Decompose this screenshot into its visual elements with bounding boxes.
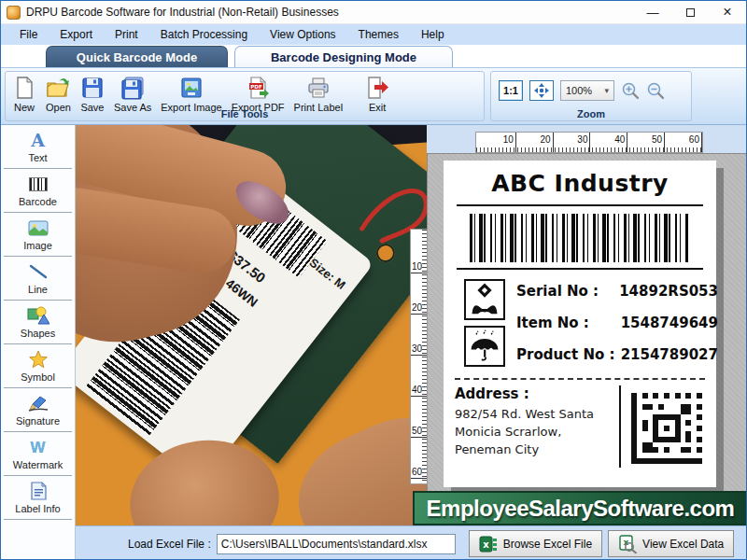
window-title: DRPU Barcode Software for Industrial (No… (26, 6, 339, 19)
zoom-level-select[interactable]: 100% ▾ (560, 80, 614, 101)
excel-search-icon: x (618, 535, 637, 553)
app-logo-icon (7, 6, 21, 20)
zoom-out-button[interactable] (646, 81, 665, 100)
label-barcode[interactable] (470, 214, 690, 262)
label-address-block[interactable]: Address : 982/54 Rd. West Santa Monicia … (455, 384, 617, 473)
file-tools-group: New Open Save Save As Export Image PDF E… (5, 71, 485, 121)
svg-text:x: x (483, 539, 489, 550)
mode-tabs: Quick Barcode Mode Barcode Designing Mod… (1, 45, 746, 67)
browse-excel-file-button[interactable]: x Browse Excel File (469, 530, 602, 557)
vertical-ruler: 10 20 30 40 50 60 (410, 229, 428, 484)
zoom-in-button[interactable] (621, 81, 640, 100)
horizontal-ruler: 10 20 30 40 50 60 (475, 132, 703, 153)
sidebar-item-line[interactable]: Line (4, 257, 72, 301)
label-design-panel: 10 20 30 40 50 60 10 20 30 40 50 60 ABC … (427, 125, 747, 491)
keep-dry-umbrella-icon (464, 326, 505, 367)
sidebar-item-symbol[interactable]: Symbol (4, 344, 72, 388)
label-info-icon (30, 482, 47, 500)
actual-size-button[interactable]: 1:1 (499, 80, 523, 101)
sidebar-item-image[interactable]: Image (4, 213, 72, 257)
load-excel-label: Load Excel File : (128, 538, 211, 551)
product-no-row[interactable]: Product No : 2154789027 (516, 346, 718, 363)
export-image-icon (179, 76, 204, 100)
excel-load-bar: Load Excel File : x Browse Excel File x … (76, 525, 747, 560)
line-icon (28, 263, 49, 280)
menu-themes[interactable]: Themes (349, 26, 408, 43)
export-pdf-icon: PDF (246, 76, 270, 100)
barcode-icon (29, 177, 48, 191)
menu-print[interactable]: Print (106, 26, 148, 43)
tab-barcode-designing-mode[interactable]: Barcode Designing Mode (234, 46, 453, 67)
label-fields: Serial No : 14892RS053 Item No : 1548749… (455, 277, 705, 372)
menu-file[interactable]: File (10, 26, 47, 43)
excel-file-icon: x (479, 536, 498, 553)
design-tools-sidebar: A Text Barcode Image Line Shapes (1, 125, 76, 560)
product-tag-photo: Size: M Price: $37.50 Batch no.: 46WN 52… (76, 125, 427, 525)
new-file-icon (12, 76, 36, 100)
fit-arrows-icon (533, 82, 550, 99)
datamatrix-code[interactable] (628, 384, 705, 473)
sidebar-item-text[interactable]: A Text (4, 125, 72, 169)
zoom-caption: Zoom (491, 108, 691, 119)
sidebar-item-signature[interactable]: Signature (4, 388, 72, 432)
tag-size-text: Size: M (306, 256, 348, 292)
zoom-group: 1:1 100% ▾ Zoom (490, 71, 692, 121)
sidebar-item-watermark[interactable]: W Watermark (4, 432, 72, 476)
handle-with-care-icon (464, 279, 505, 320)
menu-help[interactable]: Help (412, 26, 454, 43)
title-bar: DRPU Barcode Software for Industrial (No… (1, 1, 746, 24)
watermark-icon: W (30, 440, 45, 455)
toolbar: New Open Save Save As Export Image PDF E… (1, 67, 746, 125)
menu-export[interactable]: Export (50, 26, 102, 43)
text-icon: A (31, 132, 45, 149)
label-company-name[interactable]: ABC Industry (455, 166, 705, 203)
save-as-floppy-icon (120, 76, 145, 100)
save-floppy-icon (80, 76, 105, 100)
fit-to-window-button[interactable] (529, 80, 554, 101)
printer-icon (306, 76, 331, 100)
label-preview-card[interactable]: ABC Industry Serial No : 14892RS053 (444, 161, 716, 487)
tab-quick-barcode-mode[interactable]: Quick Barcode Mode (46, 46, 228, 67)
image-icon (28, 220, 49, 236)
excel-path-input[interactable] (217, 534, 456, 554)
sidebar-item-shapes[interactable]: Shapes (4, 301, 72, 344)
symbol-icon (28, 350, 49, 369)
signature-pen-icon (27, 395, 49, 412)
view-excel-data-button[interactable]: x View Excel Data (608, 530, 734, 557)
minimize-button[interactable]: — (634, 1, 671, 23)
file-tools-caption: File Tools (6, 108, 484, 119)
menu-view-options[interactable]: View Options (261, 26, 345, 43)
serial-no-row[interactable]: Serial No : 14892RS053 (516, 283, 718, 300)
svg-text:PDF: PDF (250, 84, 262, 90)
menu-bar: File Export Print Batch Processing View … (1, 24, 746, 45)
open-folder-icon (46, 76, 70, 100)
close-button[interactable]: × (709, 1, 746, 23)
divider (457, 268, 703, 270)
banner-text: EmployeeSalarySoftware.com (427, 496, 735, 522)
chevron-down-icon: ▾ (604, 86, 609, 95)
shapes-icon (27, 306, 49, 325)
divider (619, 385, 621, 468)
sidebar-item-barcode[interactable]: Barcode (4, 169, 72, 213)
dashed-divider (455, 378, 705, 380)
app-window: DRPU Barcode Software for Industrial (No… (0, 0, 747, 560)
maximize-button[interactable] (671, 1, 709, 23)
menu-batch-processing[interactable]: Batch Processing (151, 26, 257, 43)
maximize-icon (686, 8, 695, 17)
sidebar-item-label-info[interactable]: Label Info (4, 476, 72, 520)
design-canvas[interactable]: 10 20 30 40 50 60 ABC Industry (427, 153, 747, 491)
exit-icon (365, 76, 389, 100)
divider (457, 204, 703, 206)
website-banner: EmployeeSalarySoftware.com (413, 491, 747, 525)
item-no-row[interactable]: Item No : 1548749649 (516, 315, 718, 331)
